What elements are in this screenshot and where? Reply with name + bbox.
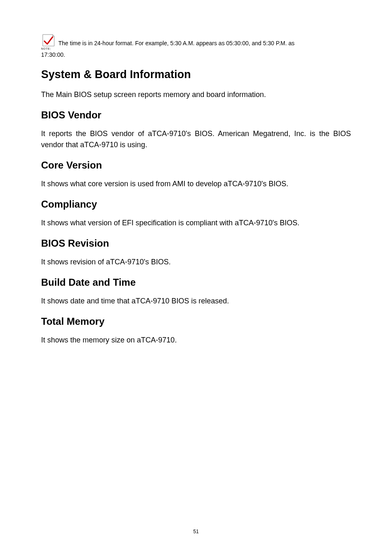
heading-total-memory: Total Memory: [41, 316, 351, 327]
paragraph-core-version: It shows what core version is used from …: [41, 178, 351, 190]
note-icon: NOTE:: [41, 33, 56, 48]
heading-bios-vendor: BIOS Vendor: [41, 109, 351, 121]
heading-bios-revision: BIOS Revision: [41, 238, 351, 249]
note-text-line2: 17:30:00.: [41, 51, 351, 59]
note-text-line1: The time is in 24-hour format. For examp…: [58, 39, 295, 48]
paragraph-compliancy: It shows what version of EFI specificati…: [41, 217, 351, 229]
heading-compliancy: Compliancy: [41, 199, 351, 210]
page-number: 51: [0, 529, 392, 534]
heading-build-date-time: Build Date and Time: [41, 277, 351, 288]
paragraph-system-board-intro: The Main BIOS setup screen reports memor…: [41, 89, 351, 100]
note-block: NOTE: The time is in 24-hour format. For…: [41, 33, 351, 48]
paragraph-bios-vendor: It reports the BIOS vendor of aTCA-9710'…: [41, 128, 351, 150]
paragraph-build-date-time: It shows date and time that aTCA-9710 BI…: [41, 296, 351, 307]
paragraph-total-memory: It shows the memory size on aTCA-9710.: [41, 335, 351, 346]
heading-system-board-info: System & Board Information: [41, 68, 351, 81]
heading-core-version: Core Version: [41, 160, 351, 171]
paragraph-bios-revision: It shows revision of aTCA-9710's BIOS.: [41, 257, 351, 268]
note-label: NOTE:: [41, 47, 51, 50]
